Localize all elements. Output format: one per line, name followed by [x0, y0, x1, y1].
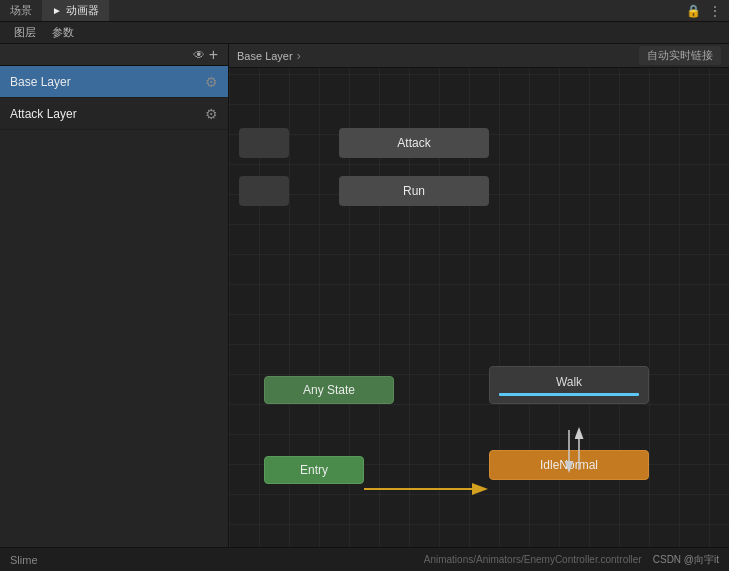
top-bar: 场景 ► 动画器 🔒 ⋮	[0, 0, 729, 22]
attack-layer-name: Attack Layer	[10, 107, 205, 121]
layer-item-base[interactable]: Base Layer ⚙	[0, 66, 228, 98]
main-layout: 👁 + Base Layer ⚙ Attack Layer ⚙ Base Lay…	[0, 44, 729, 547]
sub-toolbar: 图层 参数	[0, 22, 729, 44]
eye-icon[interactable]: 👁	[193, 48, 205, 62]
scene-tab-label: 场景	[10, 3, 32, 18]
canvas-area[interactable]: Base Layer › 自动实时链接 Attack Run Any State…	[229, 44, 729, 547]
sidebar: 👁 + Base Layer ⚙ Attack Layer ⚙	[0, 44, 229, 547]
status-right: Animations/Animators/EnemyController.con…	[424, 553, 719, 567]
idlenormal-label: IdleNormal	[540, 458, 598, 472]
base-layer-gear-icon[interactable]: ⚙	[205, 74, 218, 90]
base-layer-name: Base Layer	[10, 75, 205, 89]
node-dark-run-left[interactable]	[239, 176, 289, 206]
animator-tab-label: 动画器	[66, 3, 99, 18]
node-idlenormal[interactable]: IdleNormal	[489, 450, 649, 480]
node-any-state[interactable]: Any State	[264, 376, 394, 404]
animator-icon: ►	[52, 5, 62, 16]
node-walk[interactable]: Walk	[489, 366, 649, 404]
tab-scene[interactable]: 场景	[0, 0, 42, 21]
entry-label: Entry	[300, 463, 328, 477]
run-node-label: Run	[403, 184, 425, 198]
watermark: CSDN @向宇it	[653, 554, 719, 565]
status-bar: Slime Animations/Animators/EnemyControll…	[0, 547, 729, 571]
add-layer-button[interactable]: +	[205, 46, 222, 64]
breadcrumb: Base Layer	[237, 50, 293, 62]
top-right-icons: 🔒 ⋮	[686, 4, 729, 18]
menu-layers[interactable]: 图层	[6, 25, 44, 40]
more-icon[interactable]: ⋮	[709, 4, 721, 18]
node-dark-attack-left[interactable]	[239, 128, 289, 158]
menu-params[interactable]: 参数	[44, 25, 82, 40]
sidebar-header: 👁 +	[0, 44, 228, 66]
breadcrumb-separator: ›	[297, 49, 301, 63]
layer-item-attack[interactable]: Attack Layer ⚙	[0, 98, 228, 130]
auto-link-button[interactable]: 自动实时链接	[639, 46, 721, 65]
lock-icon[interactable]: 🔒	[686, 4, 701, 18]
status-path: Animations/Animators/EnemyController.con…	[424, 554, 642, 565]
walk-label: Walk	[556, 375, 582, 389]
tab-animator[interactable]: ► 动画器	[42, 0, 109, 21]
node-run[interactable]: Run	[339, 176, 489, 206]
canvas-header: Base Layer › 自动实时链接	[229, 44, 729, 68]
node-attack[interactable]: Attack	[339, 128, 489, 158]
node-entry[interactable]: Entry	[264, 456, 364, 484]
attack-node-label: Attack	[397, 136, 430, 150]
status-left: Slime	[10, 554, 38, 566]
walk-progress-bar	[499, 393, 639, 396]
attack-layer-gear-icon[interactable]: ⚙	[205, 106, 218, 122]
any-state-label: Any State	[303, 383, 355, 397]
